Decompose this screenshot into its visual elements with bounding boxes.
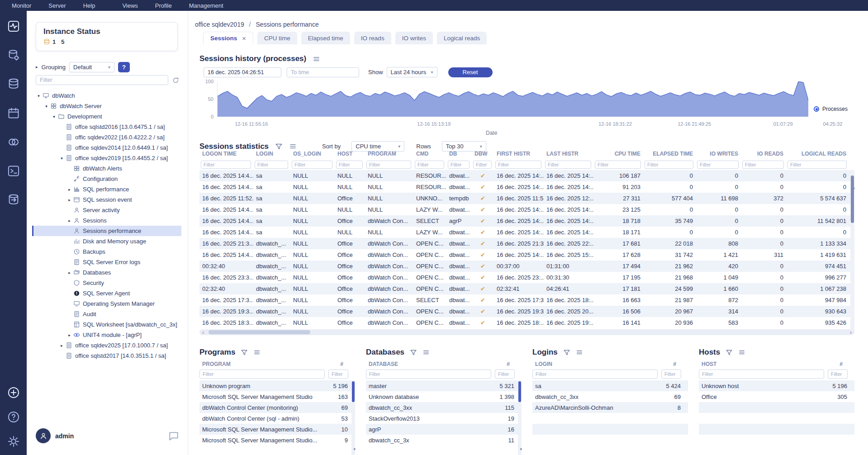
- tree-item-sql-session-event[interactable]: ▸SQL session event: [32, 194, 181, 205]
- session-row[interactable]: 16 dec. 2025 14:4...saNULLNULLNULLLAZY W…: [199, 227, 854, 238]
- rail-plus-button[interactable]: [7, 386, 20, 399]
- panel-filter-input[interactable]: [532, 370, 658, 379]
- funnel-icon[interactable]: [563, 349, 570, 356]
- rail-db-stack-button[interactable]: [7, 78, 20, 90]
- panel-row[interactable]: Unknown program5 196: [199, 380, 355, 391]
- column-filter-login[interactable]: [255, 161, 288, 169]
- session-row[interactable]: 16 dec. 2025 14:4...saNULLNULLNULLRESOUR…: [199, 170, 854, 181]
- column-filter-first-histr[interactable]: [495, 161, 541, 169]
- tree-item-disk-and-memory-usage[interactable]: Disk and Memory usage: [32, 236, 181, 246]
- scroll-right-icon[interactable]: ›: [850, 329, 852, 335]
- column-filter-io-reads[interactable]: [742, 161, 784, 169]
- tree-item-offce-sqlstd2016-13-0-6475-1-sa[interactable]: offce sqlstd2016 [13.0.6475.1 / sa]: [32, 122, 181, 132]
- tree-item-dbwatch-server[interactable]: ▾dbWatch Server: [32, 101, 181, 111]
- tree-item-databases[interactable]: ▸Databases: [32, 267, 181, 278]
- panel-row[interactable]: dbWatch Control Center (sql - admin)53: [199, 413, 355, 424]
- chat-button[interactable]: [168, 430, 180, 442]
- legend-processes[interactable]: Processes: [814, 106, 848, 112]
- column-header-cmd[interactable]: CMD: [413, 151, 446, 157]
- scroll-left-icon[interactable]: ‹: [202, 329, 204, 335]
- funnel-icon[interactable]: [410, 349, 417, 356]
- funnel-icon[interactable]: [241, 349, 248, 356]
- session-row[interactable]: 16 dec. 2025 19:3...dbwatch_...NULLOffic…: [199, 306, 854, 317]
- panel-filter-input[interactable]: [699, 370, 824, 379]
- rail-terminal-button[interactable]: [7, 165, 20, 177]
- scrollbar-thumb[interactable]: [518, 381, 521, 402]
- panel-row[interactable]: Microsoft SQL Server Management Studio..…: [199, 435, 355, 446]
- rail-circles-button[interactable]: [7, 136, 20, 148]
- panel-row[interactable]: master5 321: [366, 380, 522, 391]
- tree-item-sessions-performance[interactable]: Sessions performance: [32, 226, 181, 236]
- column-filter-host[interactable]: [336, 161, 363, 169]
- session-row[interactable]: 16 dec. 2025 21:3...dbwatch_...NULLOffic…: [199, 238, 854, 249]
- panel-column-count[interactable]: #: [340, 361, 343, 368]
- panel-filter-input[interactable]: [199, 370, 325, 379]
- menu-help[interactable]: Help: [83, 2, 95, 9]
- tree-item-operating-system-manager[interactable]: Operating System Manager: [32, 299, 181, 309]
- panel-row[interactable]: sa5 424: [532, 380, 688, 391]
- history-menu-button[interactable]: [313, 55, 320, 63]
- grouping-select[interactable]: Default ▾: [69, 62, 114, 72]
- tree-item-dbwatch[interactable]: ▾dbWatch: [32, 90, 181, 101]
- tree-expander-icon[interactable]: ▸: [59, 343, 65, 348]
- panel-row[interactable]: Unknown host5 196: [699, 380, 854, 391]
- panel-row[interactable]: Office305: [699, 391, 854, 402]
- tree-expander-icon[interactable]: ▾: [36, 94, 42, 98]
- menu-management[interactable]: Management: [189, 2, 223, 9]
- tab-io-reads[interactable]: IO reads: [354, 32, 391, 44]
- rail-help-button[interactable]: [7, 411, 20, 423]
- vertical-scrollbar[interactable]: ▴: [850, 170, 854, 331]
- column-filter-logon-time[interactable]: [201, 161, 251, 169]
- tab-io-writes[interactable]: IO writes: [395, 32, 433, 44]
- column-header-login[interactable]: LOGIN: [253, 151, 290, 157]
- reset-button[interactable]: Reset: [448, 67, 493, 77]
- refresh-button[interactable]: [172, 76, 180, 84]
- panel-row[interactable]: dbWatch Control Center (monitoring)69: [199, 402, 355, 413]
- panel-row[interactable]: Unknown database1 398: [366, 391, 522, 402]
- tab-elapsed-time[interactable]: Elapsed time: [301, 32, 350, 44]
- tab-close-icon[interactable]: ×: [242, 34, 246, 42]
- column-header-elapsed-time[interactable]: ELAPSED TIME: [643, 151, 696, 157]
- column-header-db[interactable]: DB: [446, 151, 472, 157]
- tree-item-sql-performance[interactable]: ▸SQL performance: [32, 184, 181, 194]
- breadcrumb-page[interactable]: Sessions performance: [256, 21, 318, 28]
- column-filter-dbw[interactable]: [473, 161, 492, 169]
- hamburger-icon[interactable]: [738, 349, 745, 356]
- avatar[interactable]: [36, 428, 51, 443]
- from-time-input[interactable]: [204, 67, 281, 77]
- hamburger-icon[interactable]: [422, 349, 430, 356]
- tree-expander-icon[interactable]: ▾: [51, 114, 57, 119]
- tree-item-office-sqldev2019-15-0-4455-2-sa[interactable]: ▾office sqldev2019 [15.0.4455.2 / sa]: [32, 153, 181, 163]
- menu-views[interactable]: Views: [122, 2, 138, 9]
- panel-column-count[interactable]: #: [673, 361, 676, 368]
- column-header-io-writes[interactable]: IO WRITES: [696, 151, 741, 157]
- tree-item-backups[interactable]: Backups: [32, 246, 181, 257]
- tree-expander-icon[interactable]: ▾: [59, 156, 65, 161]
- hamburger-icon[interactable]: [253, 349, 261, 356]
- funnel-icon[interactable]: [726, 349, 733, 356]
- menu-monitor[interactable]: Monitor: [12, 2, 31, 9]
- panel-row[interactable]: dbwatch_cc_3xx115: [366, 402, 522, 413]
- rail-gear-button[interactable]: [7, 435, 20, 448]
- help-button[interactable]: ?: [118, 62, 130, 72]
- panel-column-count[interactable]: #: [840, 361, 843, 368]
- rail-db-gear-button[interactable]: [7, 49, 20, 62]
- tree-item-sql-server-error-logs[interactable]: SQL Server Error logs: [32, 257, 181, 267]
- panel-row[interactable]: dbwatch_cc_3xx69: [532, 391, 688, 402]
- to-time-input[interactable]: [287, 67, 359, 77]
- column-filter-logical-reads[interactable]: [787, 161, 847, 169]
- column-filter-program[interactable]: [366, 161, 411, 169]
- column-header-dbw[interactable]: DBW: [472, 151, 494, 157]
- column-filter-last-histr[interactable]: [545, 161, 591, 169]
- column-header-first-histr[interactable]: FIRST HISTR: [494, 151, 544, 157]
- tree-expander-icon[interactable]: ▸: [66, 187, 72, 192]
- tree-item-sessions[interactable]: ▸Sessions: [32, 215, 181, 226]
- tree-item-office-sqldev2014-12-0-6449-1-sa[interactable]: office sqldev2014 [12.0.6449.1 / sa]: [32, 142, 181, 153]
- panel-filter-input[interactable]: [366, 370, 491, 379]
- column-filter-cpu-time[interactable]: [595, 161, 641, 169]
- tab-sessions[interactable]: Sessions×: [203, 32, 253, 44]
- session-row[interactable]: 16 dec. 2025 14:4...dbwatch_...NULLOffic…: [199, 249, 854, 261]
- panel-count-filter-input[interactable]: [495, 370, 515, 379]
- tree-item-unit4-module-agrp[interactable]: ▸UNIT4 module - [agrP]: [32, 330, 181, 340]
- grouping-expander-icon[interactable]: ▸: [36, 65, 38, 69]
